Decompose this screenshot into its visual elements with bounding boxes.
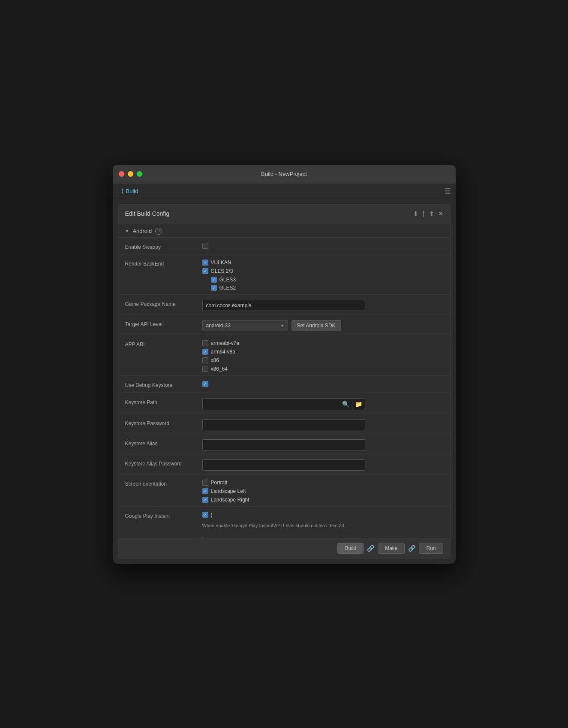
arm64-v8a-label: arm64-v8a xyxy=(211,349,235,355)
gles-sub-items: GLES3 GLES2 xyxy=(202,277,443,291)
import-icon[interactable]: ⬇ xyxy=(413,210,418,218)
x86-64-checkbox[interactable] xyxy=(202,366,208,372)
tab-build[interactable]: ⟩ Build xyxy=(118,186,142,196)
help-icon[interactable]: ? xyxy=(155,228,162,235)
keystore-password-input[interactable] xyxy=(202,419,365,430)
google-play-instant-controls: ( When enable 'Google Play Instant'API L… xyxy=(202,510,443,538)
app-window: Build - NewProject ⟩ Build ☰ Edit Build … xyxy=(113,165,456,564)
gles3-checkbox[interactable] xyxy=(211,277,217,283)
dialog-title: Edit Build Config xyxy=(125,210,170,217)
google-play-instant-info: When enable 'Google Play Instant'API Lev… xyxy=(202,520,365,531)
google-play-instant-extra: ( xyxy=(211,512,213,518)
build-button[interactable]: Build xyxy=(337,543,364,554)
keystore-alias-password-input[interactable] xyxy=(202,459,365,471)
dialog-footer: Build 🔗 Make 🔗 Run xyxy=(118,538,450,558)
collapse-icon[interactable]: ▼ xyxy=(125,229,129,233)
target-api-level-label: Target API Level xyxy=(125,318,202,328)
edit-build-config-dialog: Edit Build Config ⬇ | ⬆ × ▼ Android ? En… xyxy=(118,204,451,559)
armeabi-v7a-item: armeabi-v7a xyxy=(202,340,443,346)
portrait-item: Portrait xyxy=(202,480,443,486)
keystore-path-input-wrapper: 🔍 📁 xyxy=(202,398,365,410)
screen-orientation-controls: Portrait Landscape Left Landscape Right xyxy=(202,478,443,503)
game-package-name-controls xyxy=(202,298,443,311)
screen-orientation-label: Screen orientation xyxy=(125,478,202,488)
keystore-path-row: Keystore Path 🔍 📁 xyxy=(118,393,450,414)
minimize-traffic-light[interactable] xyxy=(128,171,133,177)
android-section-title: Android xyxy=(132,228,152,234)
keystore-path-search-icon[interactable]: 🔍 xyxy=(340,399,352,410)
game-package-name-row: Game Package Name xyxy=(118,295,450,315)
target-api-level-row: Target API Level android-33 android-32 a… xyxy=(118,315,450,335)
portrait-label: Portrait xyxy=(211,480,228,486)
export-icon[interactable]: ⬆ xyxy=(429,210,434,218)
keystore-alias-label: Keystore Alias xyxy=(125,438,202,447)
set-android-sdk-button[interactable]: Set Android SDK xyxy=(292,320,341,331)
keystore-password-row: Keystore Password xyxy=(118,414,450,434)
x86-checkbox[interactable] xyxy=(202,357,208,363)
app-abi-controls: armeabi-v7a arm64-v8a x86 x86_64 xyxy=(202,338,443,372)
google-play-instant-checkbox[interactable] xyxy=(202,512,208,518)
arm64-v8a-checkbox[interactable] xyxy=(202,349,208,355)
enable-swappy-label: Enable Swappy xyxy=(125,241,202,251)
keystore-password-controls xyxy=(202,417,443,430)
armeabi-v7a-label: armeabi-v7a xyxy=(211,340,240,346)
render-backend-row: Render BackEnd VULKAN GLES 2/3 GLES3 xyxy=(118,254,450,295)
vulkan-checkbox[interactable] xyxy=(202,260,208,266)
enable-swappy-controls xyxy=(202,241,443,249)
app-abi-label: APP ABI xyxy=(125,338,202,348)
keystore-path-input[interactable] xyxy=(203,399,340,410)
make-link-icon: 🔗 xyxy=(408,545,415,552)
landscape-left-label: Landscape Left xyxy=(211,488,246,494)
game-package-name-label: Game Package Name xyxy=(125,298,202,308)
build-link-icon: 🔗 xyxy=(367,545,374,552)
use-debug-keystore-checkbox[interactable] xyxy=(202,381,208,387)
google-play-instant-label: Google Play Instant xyxy=(125,510,202,520)
arm64-v8a-item: arm64-v8a xyxy=(202,349,443,355)
gles23-checkbox[interactable] xyxy=(202,268,208,274)
window-title: Build - NewProject xyxy=(261,171,307,177)
portrait-checkbox[interactable] xyxy=(202,480,208,486)
gles2-checkbox[interactable] xyxy=(211,285,217,291)
render-backend-controls: VULKAN GLES 2/3 GLES3 GLES2 xyxy=(202,258,443,291)
divider: | xyxy=(423,210,424,217)
target-api-level-select[interactable]: android-33 android-32 android-31 android… xyxy=(202,320,288,331)
traffic-lights xyxy=(119,171,142,177)
x86-64-label: x86_64 xyxy=(211,366,228,372)
title-bar: Build - NewProject xyxy=(113,165,456,184)
keystore-alias-input[interactable] xyxy=(202,439,365,450)
vulkan-label: VULKAN xyxy=(211,260,231,266)
maximize-traffic-light[interactable] xyxy=(137,171,142,177)
gles2-item: GLES2 xyxy=(211,285,443,291)
tab-build-label: Build xyxy=(126,188,138,194)
landscape-left-item: Landscape Left xyxy=(202,488,443,494)
build-icon: ⟩ xyxy=(121,187,123,194)
enable-swappy-checkbox[interactable] xyxy=(202,243,208,249)
run-button[interactable]: Run xyxy=(419,543,443,554)
keystore-path-controls: 🔍 📁 xyxy=(202,396,443,410)
x86-item: x86 xyxy=(202,357,443,363)
use-debug-keystore-label: Use Debug Keystore xyxy=(125,379,202,389)
google-play-instant-row: Google Play Instant ( When enable 'Googl… xyxy=(118,507,450,538)
dialog-header-actions: ⬇ | ⬆ × xyxy=(413,210,443,218)
dialog-header: Edit Build Config ⬇ | ⬆ × xyxy=(118,205,450,224)
x86-label: x86 xyxy=(211,357,219,363)
keystore-alias-password-label: Keystore Alias Password xyxy=(125,458,202,468)
google-play-instant-item: ( xyxy=(202,512,443,518)
gles3-item: GLES3 xyxy=(211,277,443,283)
hamburger-menu-icon[interactable]: ☰ xyxy=(445,187,451,195)
armeabi-v7a-checkbox[interactable] xyxy=(202,340,208,346)
landscape-left-checkbox[interactable] xyxy=(202,488,208,494)
keystore-path-label: Keystore Path xyxy=(125,396,202,406)
screen-orientation-row: Screen orientation Portrait Landscape Le… xyxy=(118,474,450,507)
close-traffic-light[interactable] xyxy=(119,171,124,177)
use-debug-keystore-row: Use Debug Keystore xyxy=(118,376,450,393)
keystore-path-folder-icon[interactable]: 📁 xyxy=(352,399,365,410)
keystore-alias-password-row: Keystore Alias Password xyxy=(118,454,450,474)
keystore-alias-password-controls xyxy=(202,458,443,471)
keystore-alias-row: Keystore Alias xyxy=(118,434,450,454)
landscape-right-checkbox[interactable] xyxy=(202,497,208,503)
target-api-level-controls: android-33 android-32 android-31 android… xyxy=(202,318,443,331)
make-button[interactable]: Make xyxy=(378,543,405,554)
game-package-name-input[interactable] xyxy=(202,300,365,311)
close-button[interactable]: × xyxy=(439,210,443,217)
